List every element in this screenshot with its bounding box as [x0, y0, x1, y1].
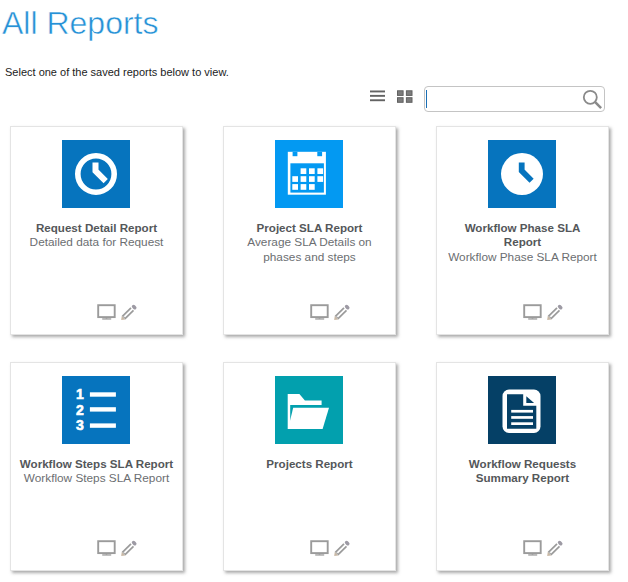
svg-text:2: 2: [75, 402, 83, 418]
svg-text:3: 3: [75, 417, 83, 433]
svg-text:1: 1: [75, 386, 83, 402]
